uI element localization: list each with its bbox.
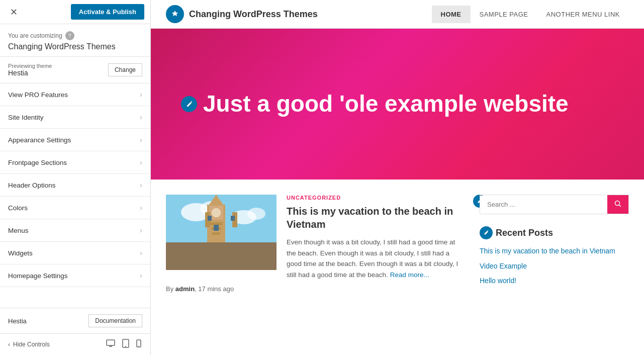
search-button[interactable] — [607, 195, 628, 214]
post-meta: By admin, 17 mins ago — [166, 285, 465, 293]
svg-rect-22 — [214, 225, 219, 231]
nav-item-another-link[interactable]: ANOTHER MENU LINK — [537, 6, 629, 23]
svg-point-6 — [138, 345, 139, 346]
recent-posts-edit-icon[interactable] — [480, 226, 493, 239]
recent-post-link-3[interactable]: Hello world! — [480, 276, 629, 286]
menu-item-frontpage-sections[interactable]: Frontpage Sections › — [0, 151, 150, 174]
hide-controls-button[interactable]: ‹ Hide Controls — [8, 341, 50, 348]
help-icon[interactable]: ? — [65, 31, 74, 40]
hide-controls-label: Hide Controls — [13, 341, 50, 348]
svg-point-4 — [125, 346, 126, 347]
menu-item-label: Appearance Settings — [8, 136, 71, 144]
customizing-label: You are customizing ? — [8, 31, 142, 40]
documentation-button[interactable]: Documentation — [88, 314, 142, 327]
menu-item-label: Homepage Settings — [8, 272, 68, 280]
chevron-right-icon: › — [140, 272, 142, 280]
by-label: By — [166, 285, 173, 293]
search-input[interactable] — [480, 196, 607, 213]
menu-item-header-options[interactable]: Header Options › — [0, 174, 150, 197]
menu-item-appearance-settings[interactable]: Appearance Settings › — [0, 129, 150, 151]
recent-posts-heading: Recent Posts — [496, 228, 553, 238]
site-logo-icon — [166, 5, 184, 23]
excerpt-text: Even though it was a bit cloudy, I still… — [287, 238, 458, 279]
desktop-view-button[interactable] — [105, 338, 116, 351]
post-card: UNCATEGORIZED This is my vacation to the… — [166, 195, 465, 293]
view-icons-group — [105, 338, 142, 351]
svg-point-15 — [211, 208, 221, 218]
post-image — [166, 195, 277, 270]
site-nav: HOME SAMPLE PAGE ANOTHER MENU LINK — [432, 6, 629, 23]
hero-edit-icon[interactable] — [181, 96, 197, 112]
search-box — [480, 195, 629, 214]
svg-line-26 — [619, 205, 621, 207]
chevron-right-icon: › — [140, 91, 142, 99]
theme-name: Hestia — [8, 69, 52, 77]
main-content: UNCATEGORIZED This is my vacation to the… — [166, 195, 465, 293]
theme-section: Previewing theme Hestia Change — [0, 57, 150, 83]
svg-point-11 — [247, 208, 265, 220]
change-theme-button[interactable]: Change — [108, 63, 142, 76]
chevron-right-icon: › — [140, 204, 142, 212]
chevron-right-icon: › — [140, 158, 142, 166]
close-button[interactable]: ✕ — [6, 5, 22, 20]
recent-posts-widget: Recent Posts This is my vacation to the … — [480, 226, 629, 286]
svg-point-25 — [615, 201, 620, 206]
svg-rect-12 — [166, 242, 277, 270]
svg-rect-23 — [208, 216, 212, 221]
post-author: admin — [175, 285, 195, 293]
customizing-text: You are customizing — [8, 32, 62, 39]
activate-publish-button[interactable]: Activate & Publish — [71, 4, 144, 20]
chevron-right-icon: › — [140, 249, 142, 257]
menu-item-widgets[interactable]: Widgets › — [0, 242, 150, 264]
chevron-right-icon: › — [140, 226, 142, 234]
previewing-label: Previewing theme — [8, 63, 52, 69]
nav-item-sample-page[interactable]: SAMPLE PAGE — [471, 6, 537, 23]
menu-item-label: Frontpage Sections — [8, 159, 67, 166]
svg-rect-18 — [212, 232, 220, 235]
footer-controls: ‹ Hide Controls — [0, 333, 150, 355]
site-logo: Changing WordPress Themes — [166, 5, 318, 23]
site-header: Changing WordPress Themes HOME SAMPLE PA… — [151, 0, 644, 29]
chevron-right-icon: › — [140, 181, 142, 189]
nav-item-home[interactable]: HOME — [432, 6, 471, 23]
recent-post-link-2[interactable]: Video Example — [480, 261, 629, 272]
customizer-panel: ✕ Activate & Publish You are customizing… — [0, 0, 151, 355]
recent-post-link-1[interactable]: This is my vacation to the beach in Viet… — [480, 246, 629, 256]
hestia-label: Hestia — [8, 317, 27, 325]
customizer-site-title: Changing WordPress Themes — [8, 42, 142, 51]
menu-item-site-identity[interactable]: Site Identity › — [0, 106, 150, 129]
content-area: UNCATEGORIZED This is my vacation to the… — [151, 180, 644, 308]
preview-site-title: Changing WordPress Themes — [189, 9, 318, 20]
recent-posts-title: Recent Posts — [480, 226, 629, 239]
read-more-link[interactable]: Read more... — [390, 271, 429, 279]
top-bar: ✕ Activate & Publish — [0, 0, 150, 24]
site-preview: Changing WordPress Themes HOME SAMPLE PA… — [151, 0, 644, 355]
menu-item-colors[interactable]: Colors › — [0, 197, 150, 219]
svg-rect-0 — [107, 340, 115, 345]
menu-item-label: Colors — [8, 204, 28, 212]
chevron-right-icon: › — [140, 136, 142, 144]
post-time: 17 mins ago — [198, 285, 234, 293]
search-widget — [480, 195, 629, 214]
hero-section: Just a good 'ole example website — [151, 29, 644, 180]
theme-info: Previewing theme Hestia — [8, 63, 52, 77]
menu-item-label: Widgets — [8, 249, 33, 257]
hero-title: Just a good 'ole example website — [203, 90, 569, 118]
menu-item-menus[interactable]: Menus › — [0, 219, 150, 242]
menu-item-view-pro[interactable]: View PRO Features › — [0, 83, 150, 106]
menu-item-label: Header Options — [8, 182, 56, 189]
menu-item-label: Site Identity — [8, 114, 44, 121]
menu-item-label: Menus — [8, 227, 29, 234]
chevron-left-icon: ‹ — [8, 341, 10, 348]
tablet-view-button[interactable] — [121, 338, 130, 351]
menu-item-homepage-settings[interactable]: Homepage Settings › — [0, 264, 150, 287]
sidebar: Recent Posts This is my vacation to the … — [480, 195, 629, 293]
chevron-right-icon: › — [140, 113, 142, 121]
mobile-view-button[interactable] — [135, 338, 142, 351]
menu-item-label: View PRO Features — [8, 91, 68, 99]
bottom-section: Hestia Documentation — [0, 308, 150, 333]
menu-list: View PRO Features › Site Identity › Appe… — [0, 83, 150, 308]
svg-rect-24 — [231, 216, 235, 221]
customizing-info: You are customizing ? Changing WordPress… — [0, 24, 150, 57]
